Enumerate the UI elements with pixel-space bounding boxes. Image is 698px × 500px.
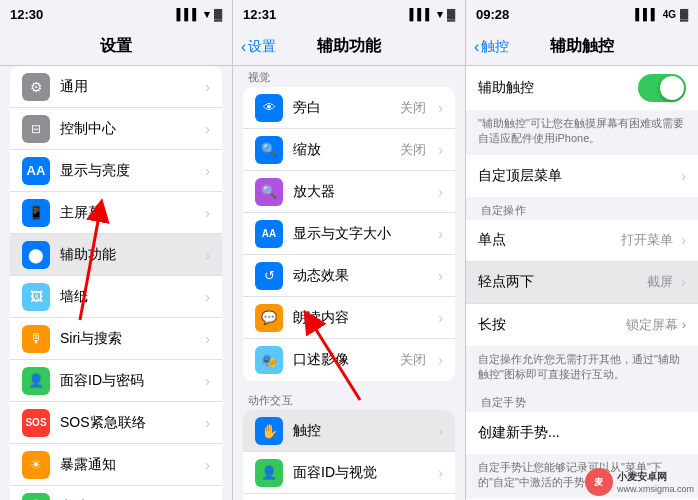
- back-chevron-icon: ‹: [474, 38, 479, 56]
- siri-icon: 🎙: [22, 325, 50, 353]
- mid-item-switch[interactable]: ⬛ 切换控制 关闭 ›: [243, 494, 455, 500]
- mid-panel: 12:31 ▌▌▌ ▾ ▓ ‹ 设置 辅助功能 视觉 👁 旁白 关闭 ›: [233, 0, 466, 500]
- right-item-doubletap[interactable]: 轻点两下 截屏 ›: [466, 262, 698, 304]
- faceid-label: 面容ID与密码: [60, 372, 193, 390]
- right-item-single[interactable]: 单点 打开菜单 ›: [466, 220, 698, 262]
- wifi-icon: ▾: [204, 8, 210, 21]
- homescreen-label: 主屏幕: [60, 204, 193, 222]
- watermark: 麦 小麦安卓网 www.xmsigma.com: [585, 468, 694, 496]
- faceid2-label: 面容ID与视觉: [293, 464, 426, 482]
- motion-icon: ↺: [255, 262, 283, 290]
- faceid-icon: 👤: [22, 367, 50, 395]
- sidebar-item-control[interactable]: ⊟ 控制中心 ›: [10, 108, 222, 150]
- watermark-logo: 麦: [585, 468, 613, 496]
- mid-item-audiodesc[interactable]: 🎭 口述影像 关闭 ›: [243, 339, 455, 381]
- sidebar-item-sos[interactable]: SOS SOS紧急联络 ›: [10, 402, 222, 444]
- right-title: 辅助触控: [550, 36, 614, 57]
- battery-icon: 🔋: [22, 493, 50, 501]
- mid-item-faceid2[interactable]: 👤 面容ID与视觉 ›: [243, 452, 455, 494]
- exposure-label: 暴露通知: [60, 456, 193, 474]
- right-section-gesture: 自定手势: [466, 391, 698, 412]
- audiodesc-icon: 🎭: [255, 346, 283, 374]
- spoken-icon: 💬: [255, 304, 283, 332]
- general-label: 通用: [60, 78, 193, 96]
- assistive-touch-label: 辅助触控: [478, 79, 630, 97]
- 4g-icon: 4G: [663, 9, 676, 20]
- mid-back-button[interactable]: ‹ 设置: [241, 38, 276, 56]
- magnifier-icon: 🔍: [255, 178, 283, 206]
- right-item-newgesture[interactable]: 创建新手势...: [466, 412, 698, 454]
- sidebar-item-wallpaper[interactable]: 🖼 墙纸 ›: [10, 276, 222, 318]
- battery-icon: ▓: [680, 8, 688, 20]
- right-scroll[interactable]: 辅助触控 "辅助触控"可让您在触摸屏幕有困难或需要自适应配件使用iPhone。 …: [466, 66, 698, 500]
- customaction-desc: 自定操作允许您无需打开其他，通过"辅助触控"图标即可直接进行互动。: [466, 348, 698, 391]
- left-status-bar: 12:30 ▌▌▌ ▾ ▓: [0, 0, 232, 28]
- sidebar-item-general[interactable]: ⚙ 通用 ›: [10, 66, 222, 108]
- mid-nav-bar: ‹ 设置 辅助功能: [233, 28, 465, 66]
- touch-label: 触控: [293, 422, 426, 440]
- voiceover-label: 旁白: [293, 99, 390, 117]
- magnifier-label: 放大器: [293, 183, 426, 201]
- audiodesc-label: 口述影像: [293, 351, 390, 369]
- accessibility-label: 辅助功能: [60, 246, 193, 264]
- right-back-label: 触控: [481, 38, 509, 56]
- mid-item-spoken[interactable]: 💬 朗读内容 ›: [243, 297, 455, 339]
- assistive-touch-toggle-row: 辅助触控: [466, 66, 698, 110]
- signal-icon: ▌▌▌: [177, 8, 200, 20]
- spoken-label: 朗读内容: [293, 309, 426, 327]
- mid-status-bar: 12:31 ▌▌▌ ▾ ▓: [233, 0, 465, 28]
- voiceover-icon: 👁: [255, 94, 283, 122]
- mid-time: 12:31: [243, 7, 276, 22]
- mid-item-voiceover[interactable]: 👁 旁白 关闭 ›: [243, 87, 455, 129]
- single-label: 单点: [478, 231, 613, 249]
- faceid2-icon: 👤: [255, 459, 283, 487]
- mid-status-icons: ▌▌▌ ▾ ▓: [410, 8, 455, 21]
- left-list-group: ⚙ 通用 › ⊟ 控制中心 › AA 显示与亮度 › 📱 主屏幕 ›: [10, 66, 222, 500]
- sidebar-item-faceid[interactable]: 👤 面容ID与密码 ›: [10, 360, 222, 402]
- back-chevron-icon: ‹: [241, 38, 246, 56]
- right-section-customactions: 自定操作: [466, 199, 698, 220]
- mid-item-motion[interactable]: ↺ 动态效果 ›: [243, 255, 455, 297]
- motion-label: 动态效果: [293, 267, 426, 285]
- displaytext-icon: AA: [255, 220, 283, 248]
- control-icon: ⊟: [22, 115, 50, 143]
- control-label: 控制中心: [60, 120, 193, 138]
- custom-menu-label: 自定顶层菜单: [478, 167, 673, 185]
- mid-item-zoom[interactable]: 🔍 缩放 关闭 ›: [243, 129, 455, 171]
- left-panel: 12:30 ▌▌▌ ▾ ▓ 设置 ⚙ 通用 › ⊟ 控制中心 ›: [0, 0, 233, 500]
- mid-item-touch[interactable]: ✋ 触控 ›: [243, 410, 455, 452]
- watermark-text: 小麦安卓网 www.xmsigma.com: [617, 470, 694, 494]
- right-status-bar: 09:28 ▌▌▌ 4G ▓: [466, 0, 698, 28]
- newgesture-label: 创建新手势...: [478, 424, 686, 442]
- mid-section-vision: 视觉: [233, 66, 465, 87]
- general-icon: ⚙: [22, 73, 50, 101]
- sidebar-item-siri[interactable]: 🎙 Siri与搜索 ›: [10, 318, 222, 360]
- mid-item-displaytext[interactable]: AA 显示与文字大小 ›: [243, 213, 455, 255]
- touch-icon: ✋: [255, 417, 283, 445]
- mid-scroll[interactable]: 视觉 👁 旁白 关闭 › 🔍 缩放 关闭 › 🔍 放大器 ›: [233, 66, 465, 500]
- display-icon: AA: [22, 157, 50, 185]
- sos-icon: SOS: [22, 409, 50, 437]
- left-time: 12:30: [10, 7, 43, 22]
- mid-item-magnifier[interactable]: 🔍 放大器 ›: [243, 171, 455, 213]
- sidebar-item-battery[interactable]: 🔋 电池 ›: [10, 486, 222, 500]
- sidebar-item-homescreen[interactable]: 📱 主屏幕 ›: [10, 192, 222, 234]
- zoom-icon: 🔍: [255, 136, 283, 164]
- mid-back-label: 设置: [248, 38, 276, 56]
- signal-icon: ▌▌▌: [635, 8, 658, 20]
- left-scroll[interactable]: ⚙ 通用 › ⊟ 控制中心 › AA 显示与亮度 › 📱 主屏幕 ›: [0, 66, 232, 500]
- right-back-button[interactable]: ‹ 触控: [474, 38, 509, 56]
- battery-icon: ▓: [447, 8, 455, 20]
- right-status-icons: ▌▌▌ 4G ▓: [635, 8, 688, 20]
- right-item-longpress[interactable]: 长按 锁定屏幕 ›: [466, 304, 698, 346]
- sidebar-item-accessibility[interactable]: ⬤ 辅助功能 ›: [10, 234, 222, 276]
- sidebar-item-display[interactable]: AA 显示与亮度 ›: [10, 150, 222, 192]
- displaytext-label: 显示与文字大小: [293, 225, 426, 243]
- assistive-touch-toggle[interactable]: [638, 74, 686, 102]
- wallpaper-icon: 🖼: [22, 283, 50, 311]
- custom-menu-row[interactable]: 自定顶层菜单 ›: [466, 155, 698, 197]
- sidebar-item-exposure[interactable]: ☀ 暴露通知 ›: [10, 444, 222, 486]
- battery-icon: ▓: [214, 8, 222, 20]
- mid-interaction-group: ✋ 触控 › 👤 面容ID与视觉 › ⬛ 切换控制 关闭 › 🎙 语: [243, 410, 455, 500]
- accessibility-icon: ⬤: [22, 241, 50, 269]
